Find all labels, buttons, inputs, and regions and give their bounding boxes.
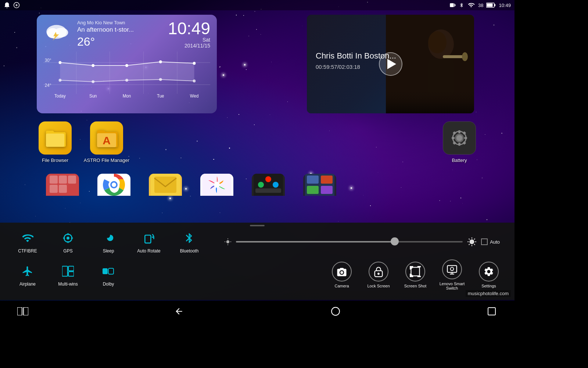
app-media-folder[interactable] xyxy=(243,174,294,196)
notification-icon1 xyxy=(4,2,10,8)
media-folder-icon xyxy=(252,174,285,196)
nav-split-button[interactable] xyxy=(15,303,31,319)
qs-multiwins[interactable]: Multi-wins xyxy=(48,263,88,287)
qs-bluetooth-icon xyxy=(181,230,197,246)
svg-point-105 xyxy=(340,271,343,274)
qs-gps[interactable]: GPS xyxy=(48,230,88,254)
file-browser-svg xyxy=(44,127,66,149)
astro-label: ASTRO File Manager xyxy=(84,158,129,163)
brightness-max-icon xyxy=(467,237,477,247)
qs-wifi[interactable]: CTFIBRE xyxy=(7,230,48,254)
auto-brightness-label[interactable]: Auto xyxy=(481,238,500,245)
clock-status: 10:49 xyxy=(499,3,511,8)
auto-brightness-checkbox[interactable] xyxy=(481,238,488,245)
brightness-min-icon xyxy=(224,238,232,245)
svg-rect-101 xyxy=(68,266,74,271)
play-button[interactable] xyxy=(379,52,402,76)
svg-text:30°: 30° xyxy=(45,58,51,63)
navigation-bar xyxy=(0,301,514,322)
nav-back-button[interactable] xyxy=(171,303,187,319)
svg-rect-77 xyxy=(307,186,319,194)
app-photos[interactable] xyxy=(191,174,243,196)
panel-drag-handle[interactable] xyxy=(0,223,514,227)
qs-lenovo[interactable]: Lenovo Smart Switch xyxy=(434,259,470,290)
quick-settings-row2: Airplane Multi-wins Dolby xyxy=(0,256,514,293)
svg-rect-57 xyxy=(59,176,67,184)
nav-recents-button[interactable] xyxy=(484,303,500,319)
qs-rotate[interactable]: Auto Rotate xyxy=(129,230,169,254)
svg-point-54 xyxy=(456,135,462,141)
svg-line-99 xyxy=(469,244,470,245)
app-folder1[interactable] xyxy=(37,174,88,196)
qs-camera-icon xyxy=(332,262,352,282)
qs-dolby-icon xyxy=(100,263,116,279)
app-astro[interactable]: A ASTRO File Manager xyxy=(81,121,132,163)
svg-rect-113 xyxy=(17,307,22,315)
svg-rect-100 xyxy=(62,266,68,276)
qs-sleep-icon xyxy=(100,230,116,246)
app-battery[interactable]: Battery xyxy=(434,121,485,163)
svg-line-97 xyxy=(474,244,475,245)
qs-settings-label: Settings xyxy=(481,284,496,288)
qs-screenshot-icon xyxy=(405,262,425,282)
svg-line-96 xyxy=(469,239,470,240)
qs-settings[interactable]: Settings xyxy=(470,262,507,288)
nav-home-button[interactable] xyxy=(327,303,344,319)
file-browser-icon xyxy=(39,121,72,155)
qs-lenovo-icon xyxy=(442,259,462,279)
folder1-icon xyxy=(46,174,79,196)
battery-level: 38 xyxy=(478,3,483,8)
media-duration: 00:59:57/02:03:18 xyxy=(316,64,360,70)
media-widget[interactable]: Chris Botti In Boston... 00:59:57/02:03:… xyxy=(307,15,474,113)
app-file-browser[interactable]: File Browser xyxy=(29,121,81,163)
app-chrome[interactable] xyxy=(88,174,140,196)
qs-multiwins-label: Multi-wins xyxy=(58,282,78,287)
qs-airplane[interactable]: Airplane xyxy=(7,263,48,287)
chrome-icon xyxy=(97,174,130,196)
brightness-control: Auto xyxy=(217,237,507,247)
weather-info: Ang Mo Kio New Town An afternoon t-stor.… xyxy=(77,20,164,49)
record-icon xyxy=(449,2,456,8)
qs-dolby[interactable]: Dolby xyxy=(88,263,129,287)
qs-screenshot[interactable]: Screen Shot xyxy=(397,262,434,288)
qs-bluetooth[interactable]: Bluetooth xyxy=(169,230,209,254)
qs-rotate-icon xyxy=(141,230,157,246)
weather-cloud-icon xyxy=(43,20,73,42)
astro-icon: A xyxy=(90,121,123,155)
qs-rotate-label: Auto Rotate xyxy=(137,248,160,254)
svg-rect-108 xyxy=(411,267,419,276)
svg-rect-116 xyxy=(488,308,495,315)
app-email[interactable] xyxy=(140,174,191,196)
file-browser-label: File Browser xyxy=(42,158,68,163)
qs-airplane-icon xyxy=(19,263,36,279)
svg-rect-103 xyxy=(103,268,108,274)
app-another-folder[interactable] xyxy=(294,174,345,196)
weather-widget[interactable]: Ang Mo Kio New Town An afternoon t-stor.… xyxy=(37,15,217,113)
svg-point-115 xyxy=(331,307,340,315)
svg-point-107 xyxy=(377,273,380,275)
qs-gps-label: GPS xyxy=(63,248,72,254)
brightness-slider[interactable] xyxy=(236,241,463,243)
quick-settings-panel: CTFIBRE GPS Sle xyxy=(0,223,514,300)
svg-text:Sun: Sun xyxy=(89,93,97,98)
svg-text:Today: Today xyxy=(54,93,66,98)
qs-gps-icon xyxy=(60,230,76,246)
svg-rect-73 xyxy=(255,188,281,193)
svg-point-23 xyxy=(193,79,196,82)
weather-top: Ang Mo Kio New Town An afternoon t-stor.… xyxy=(43,20,210,49)
svg-point-91 xyxy=(470,240,474,244)
brightness-thumb[interactable] xyxy=(391,237,399,245)
svg-point-19 xyxy=(59,79,62,82)
svg-rect-56 xyxy=(50,176,58,184)
qs-sleep[interactable]: Sleep xyxy=(88,230,129,254)
qs-bluetooth-label: Bluetooth xyxy=(180,248,199,254)
svg-marker-2 xyxy=(454,3,456,7)
qs-lockscreen[interactable]: Lock Screen xyxy=(360,262,397,288)
qs-settings-icon xyxy=(479,262,499,282)
svg-rect-102 xyxy=(68,272,74,276)
svg-rect-49 xyxy=(464,137,467,139)
astro-svg: A xyxy=(95,127,118,149)
statusbar-left xyxy=(4,2,20,8)
qs-camera[interactable]: Camera xyxy=(323,262,360,288)
svg-point-14 xyxy=(59,61,62,64)
